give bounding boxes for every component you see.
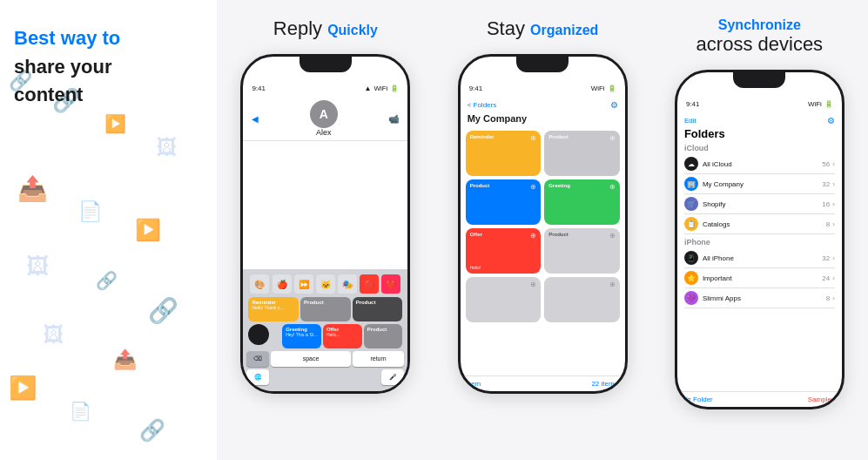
phone-mockup-3: 9:41 WiFi 🔋 < Folders ⚙ My Company Remin…: [458, 54, 628, 394]
panel1-text: Best way to share your content: [14, 26, 120, 112]
phone-notch-2: [299, 57, 352, 72]
phone-mockup-2: 9:41 ▲ WiFi 🔋 ◀ A Alex 📹: [240, 54, 410, 394]
panel-2: Reply Quickly 9:41 ▲ WiFi 🔋 ◀ A Alex: [217, 0, 434, 460]
org-footer: Item 22 items: [461, 375, 625, 391]
status-bar-2: 9:41 ▲ WiFi 🔋: [243, 76, 407, 97]
kbd-toolbar: 🎨 🍎 ⏩ 🐱 🎭 🔴 ❤️: [246, 273, 404, 295]
messages-area: [243, 141, 407, 269]
folder-item-shopify: 🛒 Shopify 16 ›: [684, 194, 835, 214]
org-header: < Folders ⚙: [461, 97, 625, 113]
folder-item-slimmi: 💜 Slimmi Apps 8 ›: [684, 288, 835, 308]
folders-footer: 🗂 Folder Samples: [677, 391, 842, 407]
folder-item-allicloud: ☁ All iCloud 56 ›: [684, 154, 835, 174]
panel1-title-line3: content: [14, 83, 120, 108]
status-bar-3: 9:41 WiFi 🔋: [461, 76, 625, 97]
phone-notch-4: [733, 72, 785, 88]
keyboard-area: 🎨 🍎 ⏩ 🐱 🎭 🔴 ❤️ Reminder Hello! Thank y..…: [243, 269, 407, 391]
folder-item-important: ⭐ Important 24 ›: [684, 268, 835, 288]
panel1-title-line2: share your: [14, 55, 120, 80]
kbd-row-delete: ⌫ space return: [246, 351, 404, 367]
phone-notch-3: [516, 57, 569, 72]
phone-mockup-4: 9:41 WiFi 🔋 Edit ⚙ Folders iCloud ☁ All …: [675, 70, 844, 409]
avatar: A: [310, 100, 338, 128]
kbd-row-bottom: 🌐 🎤: [246, 369, 404, 385]
panel4-title: Synchronize across devices: [665, 17, 854, 56]
messages-header: ◀ A Alex 📹: [243, 97, 407, 141]
snippets-row-1: Reminder Hello! Thank y... Product Produ…: [246, 297, 404, 321]
snippets-row-2: Greeting Hey! This is Sl... Offer Hello.…: [246, 324, 404, 348]
panel-3: Stay Organized 9:41 WiFi 🔋 < Folders ⚙ M…: [434, 0, 651, 460]
panel3-title: Stay Organized: [448, 17, 637, 40]
folders-screen: Edit ⚙ Folders iCloud ☁ All iCloud 56 ›: [677, 112, 842, 391]
folder-item-mycompany: 🏢 My Company 32 ›: [684, 174, 835, 194]
panel-1: 🔗 🔗 ▶️ 🖼 📤 📄 ▶️ 🖼 🔗 🔗 🖼 📤 ▶️ 📄 🔗 Best wa…: [0, 0, 217, 460]
panel1-highlight: Best way to: [14, 27, 120, 49]
folder-item-catalogs: 📋 Catalogs 8 ›: [684, 214, 835, 234]
status-bar-4: 9:41 WiFi 🔋: [677, 91, 842, 112]
folder-item-alliphone: 📱 All iPhone 32 ›: [684, 248, 835, 268]
org-grid: Reminder ⊕ Product ⊕ Product ⊕ Greeting: [461, 127, 625, 375]
panel1-title-line1: Best way to: [14, 26, 120, 51]
panel2-title: Reply Quickly: [231, 17, 420, 40]
panel-4: Synchronize across devices 9:41 WiFi 🔋 E…: [651, 0, 868, 460]
